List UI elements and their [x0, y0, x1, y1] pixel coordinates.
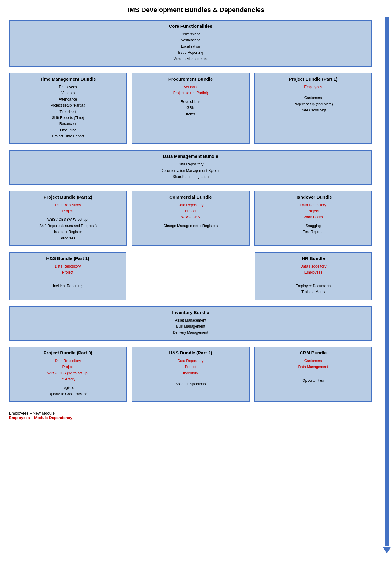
data-mgmt-bundle: Data Management Bundle Data RepositoryDo… [9, 150, 372, 184]
legend: Employees – New Module Employees – Modul… [9, 411, 372, 420]
hs2-items: Data RepositoryProjectInventory Assets I… [136, 358, 244, 387]
project1-title: Project Bundle (Part 1) [259, 76, 367, 82]
crm-title: CRM Bundle [259, 350, 367, 355]
hr-items: Data RepositoryEmployees Employee Docume… [260, 263, 367, 295]
project2-title: Project Bundle (Part 2) [14, 194, 122, 200]
data-mgmt-title: Data Management Bundle [14, 154, 367, 159]
row5: H&S Bundle (Part 1) Data RepositoryProje… [9, 252, 372, 300]
project2-bundle: Project Bundle (Part 2) Data RepositoryP… [9, 191, 127, 246]
project3-items: Data RepositoryProjectWBS / CBS (WP's se… [14, 358, 122, 397]
hs1-items: Data RepositoryProject Incident Reportin… [14, 263, 122, 289]
hs1-bundle: H&S Bundle (Part 1) Data RepositoryProje… [9, 252, 126, 300]
handover-title: Handover Bundle [259, 194, 367, 200]
project3-bundle: Project Bundle (Part 3) Data RepositoryP… [9, 347, 127, 402]
commercial-title: Commercial Bundle [136, 194, 244, 200]
procurement-title: Procurement Bundle [136, 76, 244, 82]
time-title: Time Management Bundle [14, 76, 122, 82]
scrollbar-arrow-down[interactable] [383, 547, 391, 553]
scrollbar[interactable] [384, 17, 390, 553]
row7: Project Bundle (Part 3) Data RepositoryP… [9, 347, 372, 402]
data-mgmt-row: Data Management Bundle Data RepositoryDo… [9, 150, 372, 184]
inventory-title: Inventory Bundle [14, 310, 367, 315]
inventory-row: Inventory Bundle Asset ManagementBulk Ma… [9, 306, 372, 341]
hs2-title: H&S Bundle (Part 2) [136, 350, 244, 355]
project3-title: Project Bundle (Part 3) [14, 350, 122, 355]
core-title: Core Functionalities [14, 24, 367, 29]
row4: Project Bundle (Part 2) Data RepositoryP… [9, 191, 372, 246]
hs2-bundle: H&S Bundle (Part 2) Data RepositoryProje… [132, 347, 249, 402]
procurement-items: VendorsProject setup (Partial) Requisiti… [136, 84, 244, 117]
hr-title: HR Bundle [260, 256, 367, 261]
hr-bundle: HR Bundle Data RepositoryEmployees Emplo… [255, 252, 372, 300]
handover-items: Data RepositoryProjectWork Packs Snaggin… [259, 202, 367, 235]
data-mgmt-items: Data RepositoryDocumentation Management … [14, 161, 367, 180]
handover-bundle: Handover Bundle Data RepositoryProjectWo… [254, 191, 372, 246]
project1-bundle: Project Bundle (Part 1) Employees Custom… [254, 73, 372, 144]
commercial-items: Data RepositoryProjectWBS / CBS Change M… [136, 202, 244, 229]
core-items: PermissionsNotificationsLocalisationIssu… [14, 31, 367, 62]
time-items: EmployeesVendorsAttendanceProject setup … [14, 84, 122, 139]
core-bundle: Core Functionalities PermissionsNotifica… [9, 20, 372, 67]
scrollbar-track [385, 17, 389, 546]
crm-items: CustomersData Management Opportunities [259, 358, 367, 383]
page-title: IMS Development Bundles & Dependencies [9, 6, 383, 14]
commercial-bundle: Commercial Bundle Data RepositoryProject… [132, 191, 249, 246]
time-bundle: Time Management Bundle EmployeesVendorsA… [9, 73, 127, 144]
row2: Time Management Bundle EmployeesVendorsA… [9, 73, 372, 144]
project2-items: Data RepositoryProject WBS / CBS (WP's s… [14, 202, 122, 241]
legend-red: Employees – Module Dependency [9, 415, 372, 420]
core-row: Core Functionalities PermissionsNotifica… [9, 20, 372, 67]
crm-bundle: CRM Bundle CustomersData Management Oppo… [254, 347, 372, 402]
hs1-title: H&S Bundle (Part 1) [14, 256, 122, 261]
legend-black: Employees – New Module [9, 411, 372, 415]
procurement-bundle: Procurement Bundle VendorsProject setup … [132, 73, 249, 144]
project1-items: Employees CustomersProject setup (comple… [259, 84, 367, 114]
inventory-bundle: Inventory Bundle Asset ManagementBulk Ma… [9, 306, 372, 341]
inventory-items: Asset ManagementBulk ManagementDelivery … [14, 317, 367, 336]
